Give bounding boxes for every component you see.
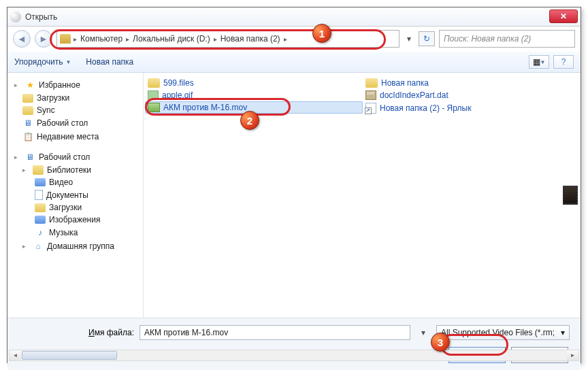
help-button[interactable]: ? (553, 55, 574, 69)
sidebar-libraries[interactable]: ▸Библиотеки (10, 164, 140, 176)
file-item[interactable]: DATdocIdIndexPart.dat (363, 89, 546, 101)
preview-thumbnail (563, 186, 578, 205)
sidebar-desktop[interactable]: 🖥Рабочий стол (10, 116, 140, 130)
breadcrumb-dropdown[interactable]: ▾ (404, 34, 414, 44)
file-item[interactable]: apple.gif (145, 89, 363, 101)
preview-pane (560, 73, 581, 318)
chevron-down-icon: ▾ (561, 328, 565, 337)
filename-label: Имя файла: (18, 328, 134, 337)
new-folder-button[interactable]: Новая папка (86, 57, 133, 67)
file-item[interactable]: Новая папка (2) - Ярлык (363, 101, 546, 115)
filetype-filter[interactable]: All Supported Video Files (*.rm;▾ (436, 325, 570, 340)
folder-icon (365, 78, 378, 88)
filename-dropdown[interactable]: ▾ (416, 328, 431, 337)
sidebar-homegroup[interactable]: ▸⌂Домашняя группа (10, 239, 140, 253)
sidebar-video[interactable]: Видео (10, 176, 140, 188)
refresh-button[interactable]: ↻ (419, 31, 435, 46)
sidebar-sync[interactable]: Sync (10, 104, 140, 116)
navbar: ◄ ► ▸ Компьютер ▸ Локальный диск (D:) ▸ … (7, 27, 581, 51)
chevron-right-icon: ▸ (74, 35, 77, 43)
gif-icon (148, 90, 159, 100)
app-icon (10, 12, 21, 22)
close-button[interactable]: ✕ (549, 10, 578, 23)
breadcrumb-seg-folder[interactable]: Новая папка (2) (218, 34, 282, 44)
chevron-right-icon: ▸ (284, 35, 287, 43)
file-item-selected[interactable]: АКМ против М-16.mov (145, 101, 363, 114)
shortcut-icon (365, 103, 376, 114)
sidebar-pictures[interactable]: Изображения (10, 214, 140, 226)
mov-icon (148, 103, 160, 112)
breadcrumb-seg-computer[interactable]: Компьютер (78, 34, 125, 44)
body: ▸★Избранное Загрузки Sync 🖥Рабочий стол … (7, 73, 581, 318)
file-item[interactable]: 599.files (145, 77, 363, 89)
chevron-down-icon: ▼ (65, 59, 71, 65)
sidebar-favorites[interactable]: ▸★Избранное (10, 78, 140, 92)
file-list: 599.files apple.gif АКМ против М-16.mov … (144, 73, 560, 318)
sidebar-desktop-root[interactable]: ▸🖥Рабочий стол (10, 150, 140, 164)
folder-icon (148, 78, 160, 88)
computer-icon (60, 34, 71, 44)
breadcrumb-seg-drive[interactable]: Локальный диск (D:) (131, 34, 212, 44)
dat-icon: DAT (365, 90, 376, 100)
titlebar: Открыть ✕ (7, 7, 581, 27)
chevron-right-icon: ▸ (214, 35, 217, 43)
filename-input[interactable]: АКМ против М-16.mov (140, 325, 410, 340)
open-dialog: Открыть ✕ ◄ ► ▸ Компьютер ▸ Локальный ди… (7, 7, 581, 363)
sidebar-music[interactable]: ♪Музыка (10, 226, 140, 239)
search-input[interactable]: Поиск: Новая папка (2) (439, 30, 575, 48)
footer: Имя файла: АКМ против М-16.mov ▾ All Sup… (7, 318, 581, 370)
toolbar: Упорядочить▼ Новая папка ▦ ▼ ? (7, 51, 581, 73)
file-item[interactable]: Новая папка (363, 77, 546, 89)
sidebar-recent[interactable]: 📋Недавние места (10, 130, 140, 144)
chevron-right-icon: ▸ (126, 35, 129, 43)
breadcrumb[interactable]: ▸ Компьютер ▸ Локальный диск (D:) ▸ Нова… (56, 30, 399, 48)
forward-button[interactable]: ► (35, 30, 52, 48)
organize-button[interactable]: Упорядочить▼ (14, 57, 71, 67)
window-title: Открыть (25, 12, 57, 22)
back-button[interactable]: ◄ (13, 30, 31, 48)
sidebar-downloads[interactable]: Загрузки (10, 92, 140, 104)
sidebar-documents[interactable]: Документы (10, 188, 140, 201)
sidebar-downloads2[interactable]: Загрузки (10, 201, 140, 214)
sidebar: ▸★Избранное Загрузки Sync 🖥Рабочий стол … (7, 73, 144, 318)
view-mode-button[interactable]: ▦ ▼ (529, 55, 549, 69)
